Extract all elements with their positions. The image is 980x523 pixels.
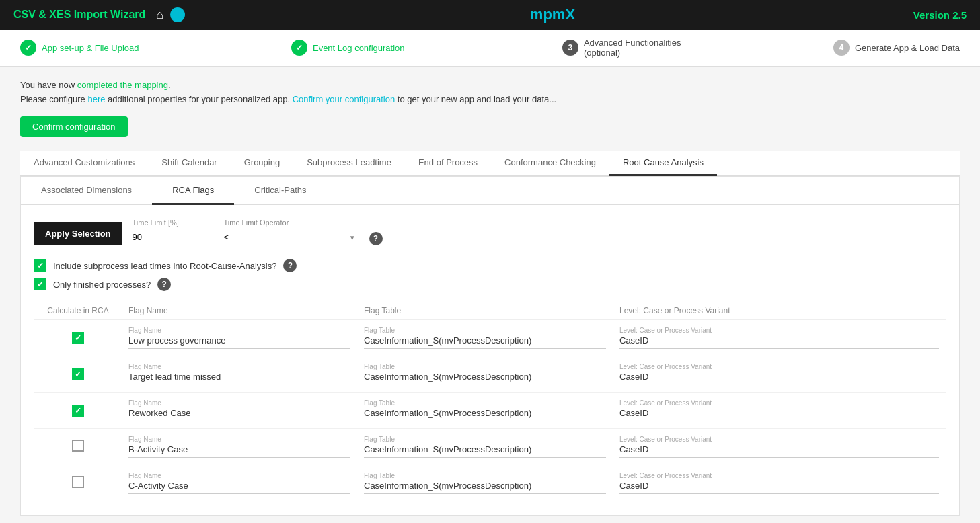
include-subprocess-help-icon[interactable]: ? <box>283 259 297 272</box>
confirm-config-button[interactable]: Confirm configuration <box>20 116 128 137</box>
step-2: ✓ Event Log configuration <box>291 40 420 56</box>
tab-subprocess-leadtime[interactable]: Subprocess Leadtime <box>293 151 405 176</box>
row-level-label: Level: Case or Process Variant <box>619 327 939 334</box>
inner-tab-associated-dimensions[interactable]: Associated Dimensions <box>21 177 152 205</box>
row-flag-name-label: Flag Name <box>128 327 350 334</box>
table-row: Flag Name Target lead time missed Flag T… <box>34 356 946 393</box>
step-connector-1 <box>155 48 284 48</box>
row-flag-table-label: Flag Table <box>364 327 606 334</box>
step-4: 4 Generate App & Load Data <box>833 40 960 56</box>
col-header-calc: Calculate in RCA <box>34 302 122 320</box>
brand-logo: mpmX <box>192 6 913 24</box>
row-table-cell: Flag Table CaseInformation_S(mvProcessDe… <box>357 356 613 393</box>
row-level-label: Level: Case or Process Variant <box>619 363 939 370</box>
row-table-cell: Flag Table CaseInformation_S(mvProcessDe… <box>357 393 613 429</box>
row-flag-table-value: CaseInformation_S(mvProcessDescription) <box>364 335 606 349</box>
row-table-cell: Flag Table CaseInformation_S(mvProcessDe… <box>357 320 613 356</box>
inner-tab-critical-paths[interactable]: Critical-Paths <box>234 177 326 205</box>
include-subprocess-checkbox[interactable] <box>34 259 46 272</box>
row-level-label: Level: Case or Process Variant <box>619 436 939 443</box>
row-flag-name-value: C-Activity Case <box>128 481 350 494</box>
version-label: Version 2.5 <box>913 9 967 21</box>
flags-table-header: Calculate in RCA Flag Name Flag Table Le… <box>34 302 946 320</box>
row-table-cell: Flag Table CaseInformation_S(mvProcessDe… <box>357 465 613 501</box>
row-flag-table-label: Flag Table <box>364 436 606 443</box>
row-flag-cell: Flag Name Target lead time missed <box>122 356 357 393</box>
row-calc-cell <box>34 393 122 429</box>
inner-tab-rca-flags[interactable]: RCA Flags <box>152 177 234 205</box>
row-flag-table-value: CaseInformation_S(mvProcessDescription) <box>364 372 606 385</box>
row-checkbox-4[interactable] <box>72 476 84 488</box>
rca-flags-content: Apply Selection Time Limit [%] Time Limi… <box>21 205 959 515</box>
info-icon[interactable]: i <box>170 7 185 22</box>
step-3-circle: 3 <box>562 40 578 56</box>
row-checkbox-3[interactable] <box>72 440 84 452</box>
row-level-value: CaseID <box>619 444 939 458</box>
step-1-circle: ✓ <box>20 40 36 56</box>
controls-row: Apply Selection Time Limit [%] Time Limi… <box>34 218 946 245</box>
row-flag-name-label: Flag Name <box>128 436 350 443</box>
step-connector-3 <box>698 48 826 48</box>
row-level-value: CaseID <box>619 408 939 421</box>
step-3-label: Advanced Functionalities (optional) <box>584 38 691 58</box>
step-4-circle: 4 <box>833 40 850 56</box>
row-calc-cell <box>34 356 122 393</box>
step-1-label: App set-up & File Upload <box>42 43 139 53</box>
row-flag-table-label: Flag Table <box>364 399 606 407</box>
row-flag-table-value: CaseInformation_S(mvProcessDescription) <box>364 408 606 421</box>
only-finished-label: Only finished processes? <box>53 280 151 290</box>
step-2-circle: ✓ <box>291 40 307 56</box>
row-checkbox-1[interactable] <box>72 368 84 380</box>
row-checkbox-0[interactable] <box>72 332 84 344</box>
only-finished-row: Only finished processes? ? <box>34 278 946 291</box>
tab-shift-calendar[interactable]: Shift Calendar <box>148 151 230 176</box>
tab-conformance-checking[interactable]: Conformance Checking <box>491 151 609 176</box>
step-4-label: Generate App & Load Data <box>855 43 960 53</box>
row-flag-table-value: CaseInformation_S(mvProcessDescription) <box>364 481 606 494</box>
row-calc-cell <box>34 320 122 356</box>
col-header-level: Level: Case or Process Variant <box>613 302 946 320</box>
include-subprocess-row: Include subprocess lead times into Root-… <box>34 259 946 272</box>
step-3: 3 Advanced Functionalities (optional) <box>562 38 691 58</box>
col-header-table: Flag Table <box>357 302 613 320</box>
main-content: You have now completed the mapping. Plea… <box>0 67 980 523</box>
row-level-cell: Level: Case or Process Variant CaseID <box>613 393 946 429</box>
row-level-cell: Level: Case or Process Variant CaseID <box>613 429 946 465</box>
time-limit-help-icon[interactable]: ? <box>369 232 383 245</box>
intro-line2: Please configure here additional propert… <box>20 94 960 104</box>
row-level-value: CaseID <box>619 372 939 385</box>
row-flag-name-label: Flag Name <box>128 472 350 479</box>
row-flag-name-value: Reworked Case <box>128 408 350 421</box>
row-flag-cell: Flag Name C-Activity Case <box>122 465 357 501</box>
step-connector-2 <box>426 48 555 48</box>
step-2-label: Event Log configuration <box>313 43 405 53</box>
row-flag-name-label: Flag Name <box>128 399 350 407</box>
tab-root-cause-analysis[interactable]: Root Cause Analysis <box>609 151 717 176</box>
table-row: Flag Name Reworked Case Flag Table CaseI… <box>34 393 946 429</box>
row-checkbox-2[interactable] <box>72 405 84 417</box>
tab-end-of-process[interactable]: End of Process <box>405 151 491 176</box>
row-flag-table-label: Flag Table <box>364 472 606 479</box>
row-flag-name-value: Low process governance <box>128 335 350 349</box>
tab-advanced-customizations[interactable]: Advanced Customizations <box>20 151 148 176</box>
time-limit-operator-field: Time Limit Operator < > <= >= = <box>224 218 359 245</box>
row-flag-table-label: Flag Table <box>364 363 606 370</box>
only-finished-help-icon[interactable]: ? <box>157 278 171 291</box>
time-limit-input[interactable] <box>133 229 213 245</box>
home-icon[interactable]: ⌂ <box>156 8 163 22</box>
intro-line1: You have now completed the mapping. <box>20 80 960 90</box>
table-row: Flag Name C-Activity Case Flag Table Cas… <box>34 465 946 501</box>
apply-selection-button[interactable]: Apply Selection <box>34 222 122 245</box>
row-level-cell: Level: Case or Process Variant CaseID <box>613 465 946 501</box>
time-limit-op-select[interactable]: < > <= >= = <box>224 229 359 245</box>
time-limit-field: Time Limit [%] <box>133 218 213 245</box>
col-header-flag: Flag Name <box>122 302 357 320</box>
only-finished-checkbox[interactable] <box>34 278 46 290</box>
tab-grouping[interactable]: Grouping <box>231 151 293 176</box>
inner-tab-bar: Associated Dimensions RCA Flags Critical… <box>21 177 959 205</box>
stepper: ✓ App set-up & File Upload ✓ Event Log c… <box>0 30 980 67</box>
step-1: ✓ App set-up & File Upload <box>20 40 149 56</box>
row-level-cell: Level: Case or Process Variant CaseID <box>613 320 946 356</box>
checkbox-section: Include subprocess lead times into Root-… <box>34 259 946 291</box>
row-flag-table-value: CaseInformation_S(mvProcessDescription) <box>364 444 606 458</box>
